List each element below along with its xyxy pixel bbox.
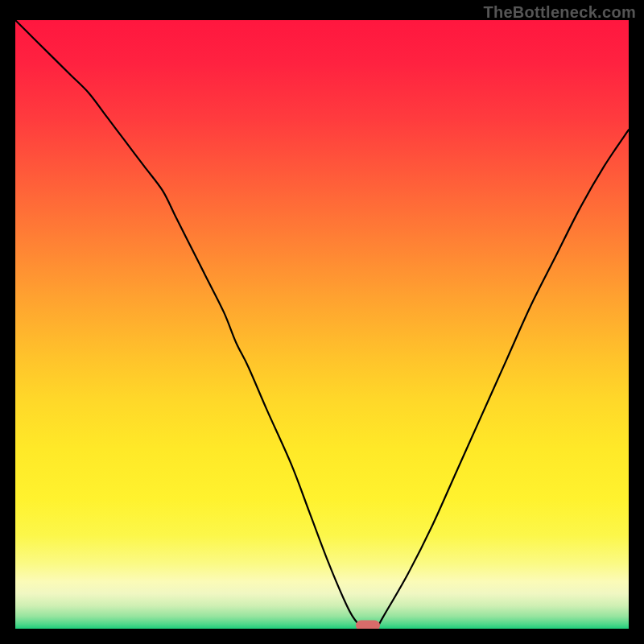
plot-area xyxy=(15,20,629,629)
watermark-text: TheBottleneck.com xyxy=(483,3,636,22)
bottleneck-marker xyxy=(356,621,380,630)
bottleneck-curve xyxy=(15,20,629,629)
chart-frame: TheBottleneck.com xyxy=(0,0,644,644)
